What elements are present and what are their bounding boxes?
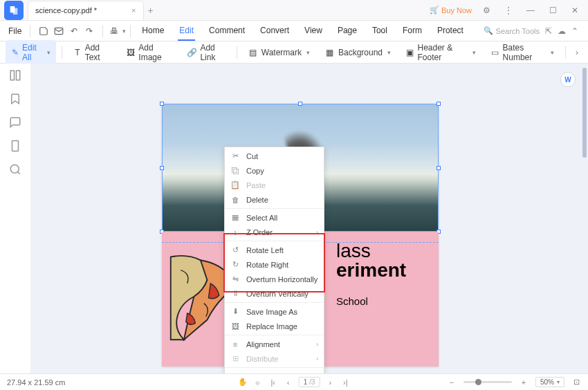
- menu-properties[interactable]: ⊙Properties: [225, 369, 324, 373]
- close-tab-icon[interactable]: ×: [131, 6, 136, 15]
- chevron-down-icon: ▾: [47, 49, 50, 56]
- resize-handle[interactable]: [298, 102, 302, 106]
- tab-protect[interactable]: Protect: [436, 21, 465, 41]
- properties-icon: ⊙: [230, 372, 240, 374]
- settings-icon[interactable]: ⚙: [479, 3, 494, 18]
- separator: [102, 25, 103, 37]
- minimize-icon[interactable]: —: [523, 3, 538, 18]
- menu-delete[interactable]: 🗑Delete: [225, 192, 324, 207]
- menu-rotate-right[interactable]: ↻Rotate Right: [225, 257, 324, 272]
- mail-icon[interactable]: [53, 25, 65, 37]
- save-icon[interactable]: [37, 25, 50, 37]
- share-icon[interactable]: ⇱: [545, 26, 552, 36]
- bookmark-icon[interactable]: [9, 93, 21, 105]
- resize-handle[interactable]: [160, 166, 164, 170]
- menu-cut[interactable]: ✂Cut: [225, 149, 324, 163]
- alignment-icon: ≡: [230, 340, 240, 349]
- edit-toolbar: ✎ Edit All ▾ T Add Text 🖼 Add Image 🔗 Ad…: [0, 41, 588, 64]
- distribute-icon: ⊞: [230, 354, 240, 364]
- new-tab-button[interactable]: +: [144, 5, 158, 16]
- tab-comment[interactable]: Comment: [208, 21, 246, 41]
- toolbar-more[interactable]: ›: [571, 48, 582, 57]
- word-export-badge[interactable]: W: [560, 72, 576, 87]
- select-tool-icon[interactable]: ⟐: [253, 378, 263, 387]
- more-icon[interactable]: ⋮: [501, 3, 516, 18]
- tab-view[interactable]: View: [303, 21, 324, 41]
- background-icon: ▦: [325, 48, 335, 57]
- zoom-in-icon[interactable]: +: [519, 378, 529, 387]
- zoom-level[interactable]: 50%▾: [535, 377, 564, 387]
- thumbnails-icon[interactable]: [9, 69, 21, 82]
- maximize-icon[interactable]: ☐: [545, 3, 560, 18]
- document-tab[interactable]: science-copy.pdf * ×: [28, 1, 144, 20]
- collapse-icon[interactable]: ⌃: [571, 26, 578, 36]
- copy-icon: ⿻: [230, 166, 240, 176]
- menu-save-image[interactable]: ⬇Save Image As: [225, 304, 324, 319]
- tab-form[interactable]: Form: [401, 21, 423, 41]
- prev-page-icon[interactable]: ‹: [284, 378, 293, 387]
- menu-distribute: ⊞Distribute›: [225, 351, 324, 366]
- zoom-slider[interactable]: [463, 381, 512, 383]
- header-footer-button[interactable]: ▣ Header & Footer ▾: [401, 40, 481, 65]
- comment-icon[interactable]: [9, 116, 21, 129]
- menu-rotate-left[interactable]: ↺Rotate Left: [225, 243, 324, 257]
- page-input[interactable]: 1 /3: [299, 377, 320, 387]
- tab-convert[interactable]: Convert: [259, 21, 291, 41]
- undo-icon[interactable]: ↶: [68, 25, 80, 37]
- cart-icon: 🛒: [430, 6, 439, 15]
- menu-z-order[interactable]: ↕Z Order›: [225, 225, 324, 239]
- next-page-icon[interactable]: ›: [325, 378, 335, 387]
- add-image-button[interactable]: 🖼 Add Image: [121, 40, 177, 65]
- file-menu[interactable]: File: [4, 26, 26, 36]
- cut-icon: ✂: [230, 151, 240, 161]
- buy-now-link[interactable]: 🛒 Buy Now: [430, 6, 472, 15]
- doc-text-line2: eriment: [336, 259, 406, 281]
- background-button[interactable]: ▦ Background ▾: [320, 45, 396, 60]
- doc-text-line3: School: [336, 295, 368, 307]
- hand-tool-icon[interactable]: ✋: [238, 378, 248, 387]
- menu-alignment[interactable]: ≡Alignment›: [225, 337, 324, 351]
- add-link-button[interactable]: 🔗 Add Link: [181, 40, 231, 65]
- redo-icon[interactable]: ↷: [83, 25, 95, 37]
- fit-page-icon[interactable]: ⊡: [571, 378, 581, 387]
- tab-edit[interactable]: Edit: [178, 21, 195, 41]
- search-panel-icon[interactable]: [9, 163, 21, 176]
- chevron-down-icon: ▾: [472, 49, 476, 56]
- menu-replace-image[interactable]: 🖼Replace Image: [225, 319, 324, 333]
- menu-copy[interactable]: ⿻Copy: [225, 163, 324, 178]
- search-tools[interactable]: 🔍 Search Tools: [484, 26, 540, 35]
- resize-handle[interactable]: [437, 166, 441, 170]
- menubar: File ↶ ↷ 🖶 ▾ Home Edit Comment Convert V…: [0, 21, 588, 41]
- tab-page[interactable]: Page: [336, 21, 358, 41]
- chevron-down-icon: ▾: [306, 49, 310, 56]
- menu-overturn-horizontal[interactable]: ⇋Overturn Horizontally: [225, 272, 324, 286]
- attachment-icon[interactable]: [9, 140, 21, 152]
- canvas[interactable]: W lass V eriment School: [30, 64, 588, 373]
- print-icon[interactable]: 🖶: [107, 26, 121, 36]
- cloud-icon[interactable]: ☁: [558, 26, 566, 36]
- tab-tool[interactable]: Tool: [371, 21, 389, 41]
- tab-home[interactable]: Home: [140, 21, 165, 41]
- close-window-icon[interactable]: ✕: [567, 3, 582, 18]
- watermark-button[interactable]: ▤ Watermark ▾: [243, 45, 315, 60]
- add-text-button[interactable]: T Add Text: [68, 40, 117, 65]
- resize-handle[interactable]: [160, 102, 164, 106]
- separator: [565, 46, 566, 59]
- menu-separator: [225, 208, 324, 209]
- scrollbar-thumb[interactable]: [582, 68, 587, 158]
- page-dimensions: 27.94 x 21.59 cm: [7, 378, 65, 387]
- zoom-out-icon[interactable]: −: [447, 378, 457, 387]
- last-page-icon[interactable]: ›|: [340, 378, 350, 387]
- chevron-down-icon: ▾: [551, 49, 554, 56]
- rotate-left-icon: ↺: [230, 245, 240, 255]
- main-tabs: Home Edit Comment Convert View Page Tool…: [140, 21, 465, 41]
- menu-overturn-vertical[interactable]: ⥮Overturn Vertically: [225, 286, 324, 301]
- svg-rect-5: [12, 141, 19, 151]
- edit-all-button[interactable]: ✎ Edit All ▾: [6, 40, 56, 65]
- svg-line-7: [17, 171, 20, 174]
- menu-select-all[interactable]: ▦Select All: [225, 210, 324, 225]
- svg-rect-1: [13, 8, 18, 14]
- bates-number-button[interactable]: ▭ Bates Number ▾: [486, 40, 560, 65]
- first-page-icon[interactable]: |‹: [268, 378, 278, 387]
- resize-handle[interactable]: [437, 102, 441, 106]
